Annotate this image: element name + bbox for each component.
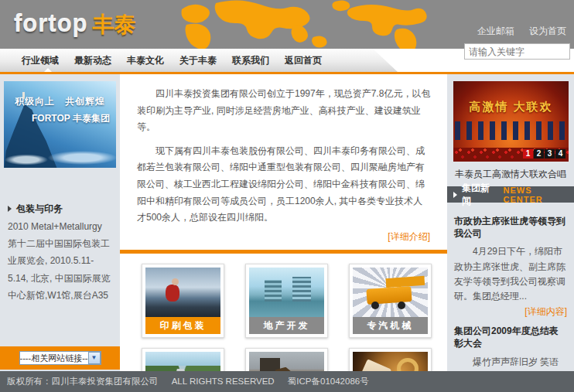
header-links: 企业邮箱 设为首页 xyxy=(465,25,566,38)
printing-packaging-photo xyxy=(145,268,220,317)
logo-cn-text: 丰泰 xyxy=(93,12,136,36)
news-title[interactable]: 集团公司2009年度总结表彰大会 xyxy=(454,325,567,349)
news-item: 市政协主席张世虎等领导到我公司 4月29日下午，绵阳市政协主席张世虎、副主席陈友… xyxy=(454,215,567,319)
footer-icp: 蜀ICP备01042086号 xyxy=(288,377,369,386)
nav-item-home[interactable]: 返回首页 xyxy=(285,54,322,67)
page-button-3[interactable]: 3 xyxy=(545,149,555,159)
tile-real-estate[interactable]: 地产开发 xyxy=(245,264,328,338)
header: fortop丰泰 企业邮箱 设为首页 xyxy=(0,0,574,49)
world-map-graphic xyxy=(142,0,466,49)
footer: 版权所有：四川丰泰投资集团有限公司 ALL RIGHTS RESERVED 蜀I… xyxy=(0,371,574,392)
intro-paragraph-1: 四川丰泰投资集团有限公司创立于1997年，现总资产7.8亿元，以包装印刷为主导产… xyxy=(137,86,432,136)
nav-item-news[interactable]: 最新动态 xyxy=(74,54,111,67)
news-photo[interactable]: 高激情 大联欢 1 2 3 4 xyxy=(453,81,569,162)
sidebar-section-title: 包装与印务 xyxy=(8,203,63,216)
news-section-header: 集团新闻 NEWS CENTER xyxy=(447,186,574,203)
main-column: 四川丰泰投资集团有限公司创立于1997年，现总资产7.8亿元，以包装印刷为主导产… xyxy=(120,74,447,371)
nav-item-industry[interactable]: 行业领域 xyxy=(22,54,59,67)
intro-paragraph-2: 现下属有四川丰泰包装股份有限公司、四川丰泰印务有限公司、成都若兰包装有限公司、绵… xyxy=(137,143,432,227)
promo-banner-image[interactable]: 积级向上 共创辉煌 FORTOP 丰泰集团 xyxy=(4,81,116,168)
promo-slogan: 积级向上 共创辉煌 xyxy=(4,95,116,108)
related-links-select-value: ----相关网站链接---- xyxy=(20,353,88,364)
search-input[interactable] xyxy=(465,46,574,57)
promo-brand: FORTOP 丰泰集团 xyxy=(32,112,110,125)
detail-link-row: [详细介绍] xyxy=(120,230,447,244)
real-estate-photo xyxy=(249,268,324,317)
footer-rights: ALL RIGHTS RESERVED xyxy=(172,377,275,386)
right-sidebar: 高激情 大联欢 1 2 3 4 丰泰员工高激情大联欢合唱 集团新闻 NEWS C… xyxy=(447,74,574,371)
arrow-bullet-icon xyxy=(8,206,12,212)
news-title[interactable]: 市政协主席张世虎等领导到我公司 xyxy=(454,215,567,240)
nav-item-contact[interactable]: 联系我们 xyxy=(232,54,269,67)
company-intro: 四川丰泰投资集团有限公司创立于1997年，现总资产7.8亿元，以包装印刷为主导产… xyxy=(120,74,447,227)
logo-en-text: fortop xyxy=(14,10,88,37)
special-vehicles-photo xyxy=(353,268,428,317)
search-box xyxy=(464,43,570,60)
page: fortop丰泰 企业邮箱 设为首页 行业领域 最新动态 丰泰文化 关于丰泰 联… xyxy=(0,0,574,392)
sidebar-section-text: 2010 Metal+Metallurgy 第十二届中国国际包装工业展览会, 2… xyxy=(8,218,113,304)
corporate-mail-link[interactable]: 企业邮箱 xyxy=(477,26,514,36)
tile-special-vehicles[interactable]: 专汽机械 xyxy=(349,264,432,338)
tile-printing-packaging[interactable]: 印刷包装 xyxy=(142,264,224,338)
chevron-down-icon[interactable]: ▼ xyxy=(88,352,101,364)
related-links-select[interactable]: ----相关网站链接---- ▼ xyxy=(19,351,101,365)
main-navigation: 行业领域 最新动态 丰泰文化 关于丰泰 联系我们 返回首页 xyxy=(0,49,398,72)
tile-label: 地产开发 xyxy=(249,317,324,334)
page-button-4[interactable]: 4 xyxy=(555,149,565,159)
set-homepage-link[interactable]: 设为首页 xyxy=(529,26,566,36)
nav-item-about[interactable]: 关于丰泰 xyxy=(179,54,217,67)
performers-silhouettes xyxy=(455,121,567,140)
news-body: 4月29日下午，绵阳市政协主席张世虎、副主席陈友学等领导到我公司视察调研。集团总… xyxy=(454,244,567,304)
stage-banner-text: 高激情 大联欢 xyxy=(453,100,569,114)
company-detail-link[interactable]: [详细介绍] xyxy=(388,231,430,242)
footer-copyright: 版权所有：四川丰泰投资集团有限公司 xyxy=(7,377,159,386)
page-button-1[interactable]: 1 xyxy=(523,149,533,159)
arrow-bullet-icon xyxy=(453,192,457,198)
related-links-bar: ----相关网站链接---- ▼ xyxy=(0,346,120,370)
logo[interactable]: fortop丰泰 xyxy=(14,10,136,39)
page-button-2[interactable]: 2 xyxy=(534,149,544,159)
news-header-en: NEWS CENTER xyxy=(504,186,574,204)
photo-pagination: 1 2 3 4 xyxy=(522,149,565,159)
news-more-link[interactable]: [详细内容] xyxy=(524,306,567,317)
content-area: 积级向上 共创辉煌 FORTOP 丰泰集团 包装与印务 2010 Metal+M… xyxy=(0,74,574,371)
tile-label: 专汽机械 xyxy=(353,317,428,334)
tile-label: 印刷包装 xyxy=(145,317,220,334)
nav-item-culture[interactable]: 丰泰文化 xyxy=(127,54,164,67)
news-list: 市政协主席张世虎等领导到我公司 4月29日下午，绵阳市政协主席张世虎、副主席陈友… xyxy=(447,203,574,392)
left-sidebar: 积级向上 共创辉煌 FORTOP 丰泰集团 包装与印务 2010 Metal+M… xyxy=(0,74,120,371)
photo-caption[interactable]: 丰泰员工高激情大联欢合唱 xyxy=(447,168,574,181)
